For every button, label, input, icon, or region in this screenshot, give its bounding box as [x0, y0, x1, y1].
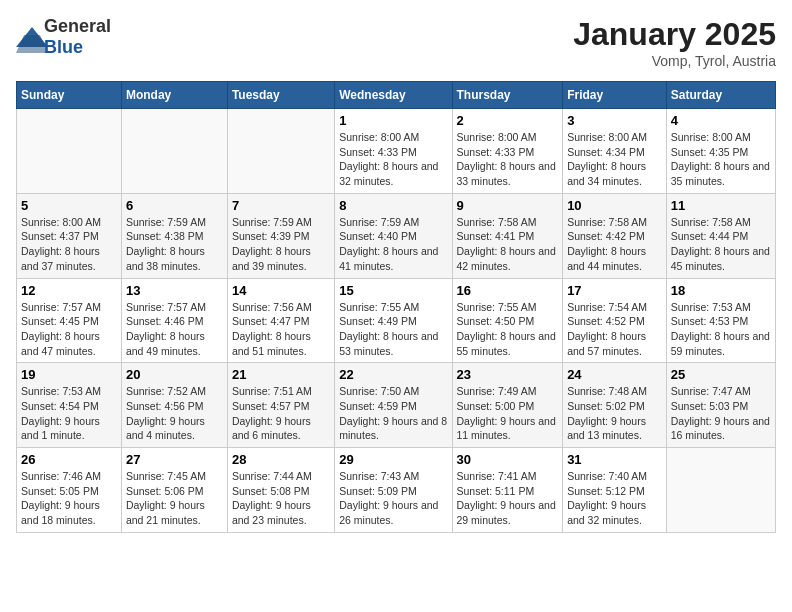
header-day: Tuesday — [227, 82, 334, 109]
calendar-cell: 19Sunrise: 7:53 AM Sunset: 4:54 PM Dayli… — [17, 363, 122, 448]
calendar-cell: 11Sunrise: 7:58 AM Sunset: 4:44 PM Dayli… — [666, 193, 775, 278]
calendar-title: January 2025 — [573, 16, 776, 53]
day-number: 7 — [232, 198, 330, 213]
day-info: Sunrise: 7:44 AM Sunset: 5:08 PM Dayligh… — [232, 469, 330, 528]
day-info: Sunrise: 8:00 AM Sunset: 4:33 PM Dayligh… — [457, 130, 559, 189]
calendar-cell: 1Sunrise: 8:00 AM Sunset: 4:33 PM Daylig… — [335, 109, 452, 194]
logo-icon — [16, 27, 40, 47]
calendar-cell: 8Sunrise: 7:59 AM Sunset: 4:40 PM Daylig… — [335, 193, 452, 278]
header-day: Wednesday — [335, 82, 452, 109]
day-info: Sunrise: 7:55 AM Sunset: 4:50 PM Dayligh… — [457, 300, 559, 359]
header-row: SundayMondayTuesdayWednesdayThursdayFrid… — [17, 82, 776, 109]
calendar-cell: 17Sunrise: 7:54 AM Sunset: 4:52 PM Dayli… — [563, 278, 667, 363]
calendar-cell: 29Sunrise: 7:43 AM Sunset: 5:09 PM Dayli… — [335, 448, 452, 533]
day-number: 13 — [126, 283, 223, 298]
day-number: 14 — [232, 283, 330, 298]
calendar-cell: 20Sunrise: 7:52 AM Sunset: 4:56 PM Dayli… — [121, 363, 227, 448]
calendar-cell: 5Sunrise: 8:00 AM Sunset: 4:37 PM Daylig… — [17, 193, 122, 278]
calendar-subtitle: Vomp, Tyrol, Austria — [573, 53, 776, 69]
calendar-cell: 23Sunrise: 7:49 AM Sunset: 5:00 PM Dayli… — [452, 363, 563, 448]
day-info: Sunrise: 7:47 AM Sunset: 5:03 PM Dayligh… — [671, 384, 771, 443]
title-block: January 2025 Vomp, Tyrol, Austria — [573, 16, 776, 69]
calendar-cell: 15Sunrise: 7:55 AM Sunset: 4:49 PM Dayli… — [335, 278, 452, 363]
calendar-header: SundayMondayTuesdayWednesdayThursdayFrid… — [17, 82, 776, 109]
day-info: Sunrise: 7:46 AM Sunset: 5:05 PM Dayligh… — [21, 469, 117, 528]
header-day: Thursday — [452, 82, 563, 109]
calendar-cell: 28Sunrise: 7:44 AM Sunset: 5:08 PM Dayli… — [227, 448, 334, 533]
calendar-cell: 18Sunrise: 7:53 AM Sunset: 4:53 PM Dayli… — [666, 278, 775, 363]
day-info: Sunrise: 7:49 AM Sunset: 5:00 PM Dayligh… — [457, 384, 559, 443]
calendar-cell: 30Sunrise: 7:41 AM Sunset: 5:11 PM Dayli… — [452, 448, 563, 533]
day-info: Sunrise: 7:48 AM Sunset: 5:02 PM Dayligh… — [567, 384, 662, 443]
calendar-cell: 27Sunrise: 7:45 AM Sunset: 5:06 PM Dayli… — [121, 448, 227, 533]
day-info: Sunrise: 8:00 AM Sunset: 4:34 PM Dayligh… — [567, 130, 662, 189]
header-day: Monday — [121, 82, 227, 109]
day-number: 18 — [671, 283, 771, 298]
calendar-cell: 13Sunrise: 7:57 AM Sunset: 4:46 PM Dayli… — [121, 278, 227, 363]
calendar-cell: 3Sunrise: 8:00 AM Sunset: 4:34 PM Daylig… — [563, 109, 667, 194]
day-number: 26 — [21, 452, 117, 467]
day-number: 23 — [457, 367, 559, 382]
day-info: Sunrise: 7:50 AM Sunset: 4:59 PM Dayligh… — [339, 384, 447, 443]
day-info: Sunrise: 8:00 AM Sunset: 4:35 PM Dayligh… — [671, 130, 771, 189]
day-info: Sunrise: 7:59 AM Sunset: 4:38 PM Dayligh… — [126, 215, 223, 274]
calendar-table: SundayMondayTuesdayWednesdayThursdayFrid… — [16, 81, 776, 533]
day-number: 15 — [339, 283, 447, 298]
calendar-cell — [121, 109, 227, 194]
day-info: Sunrise: 7:55 AM Sunset: 4:49 PM Dayligh… — [339, 300, 447, 359]
day-info: Sunrise: 7:41 AM Sunset: 5:11 PM Dayligh… — [457, 469, 559, 528]
day-number: 11 — [671, 198, 771, 213]
calendar-cell: 12Sunrise: 7:57 AM Sunset: 4:45 PM Dayli… — [17, 278, 122, 363]
header-day: Sunday — [17, 82, 122, 109]
calendar-cell: 9Sunrise: 7:58 AM Sunset: 4:41 PM Daylig… — [452, 193, 563, 278]
calendar-week-row: 19Sunrise: 7:53 AM Sunset: 4:54 PM Dayli… — [17, 363, 776, 448]
day-info: Sunrise: 7:58 AM Sunset: 4:42 PM Dayligh… — [567, 215, 662, 274]
calendar-cell: 31Sunrise: 7:40 AM Sunset: 5:12 PM Dayli… — [563, 448, 667, 533]
calendar-cell: 2Sunrise: 8:00 AM Sunset: 4:33 PM Daylig… — [452, 109, 563, 194]
calendar-cell: 6Sunrise: 7:59 AM Sunset: 4:38 PM Daylig… — [121, 193, 227, 278]
day-number: 30 — [457, 452, 559, 467]
day-number: 17 — [567, 283, 662, 298]
calendar-week-row: 5Sunrise: 8:00 AM Sunset: 4:37 PM Daylig… — [17, 193, 776, 278]
day-number: 27 — [126, 452, 223, 467]
day-info: Sunrise: 7:58 AM Sunset: 4:44 PM Dayligh… — [671, 215, 771, 274]
header-day: Saturday — [666, 82, 775, 109]
day-number: 28 — [232, 452, 330, 467]
calendar-cell: 25Sunrise: 7:47 AM Sunset: 5:03 PM Dayli… — [666, 363, 775, 448]
logo-blue: Blue — [44, 37, 83, 57]
calendar-cell: 7Sunrise: 7:59 AM Sunset: 4:39 PM Daylig… — [227, 193, 334, 278]
day-info: Sunrise: 7:40 AM Sunset: 5:12 PM Dayligh… — [567, 469, 662, 528]
calendar-week-row: 26Sunrise: 7:46 AM Sunset: 5:05 PM Dayli… — [17, 448, 776, 533]
day-number: 16 — [457, 283, 559, 298]
logo-general: General — [44, 16, 111, 36]
day-info: Sunrise: 7:59 AM Sunset: 4:39 PM Dayligh… — [232, 215, 330, 274]
day-info: Sunrise: 7:43 AM Sunset: 5:09 PM Dayligh… — [339, 469, 447, 528]
calendar-cell: 24Sunrise: 7:48 AM Sunset: 5:02 PM Dayli… — [563, 363, 667, 448]
header-day: Friday — [563, 82, 667, 109]
day-info: Sunrise: 8:00 AM Sunset: 4:33 PM Dayligh… — [339, 130, 447, 189]
calendar-cell: 26Sunrise: 7:46 AM Sunset: 5:05 PM Dayli… — [17, 448, 122, 533]
day-info: Sunrise: 7:52 AM Sunset: 4:56 PM Dayligh… — [126, 384, 223, 443]
day-info: Sunrise: 8:00 AM Sunset: 4:37 PM Dayligh… — [21, 215, 117, 274]
day-number: 19 — [21, 367, 117, 382]
day-info: Sunrise: 7:57 AM Sunset: 4:46 PM Dayligh… — [126, 300, 223, 359]
day-number: 29 — [339, 452, 447, 467]
day-number: 3 — [567, 113, 662, 128]
page-header: General Blue January 2025 Vomp, Tyrol, A… — [16, 16, 776, 69]
logo: General Blue — [16, 16, 111, 58]
calendar-cell — [666, 448, 775, 533]
day-number: 6 — [126, 198, 223, 213]
day-number: 12 — [21, 283, 117, 298]
day-number: 4 — [671, 113, 771, 128]
calendar-body: 1Sunrise: 8:00 AM Sunset: 4:33 PM Daylig… — [17, 109, 776, 533]
calendar-cell: 4Sunrise: 8:00 AM Sunset: 4:35 PM Daylig… — [666, 109, 775, 194]
calendar-cell: 21Sunrise: 7:51 AM Sunset: 4:57 PM Dayli… — [227, 363, 334, 448]
calendar-cell: 10Sunrise: 7:58 AM Sunset: 4:42 PM Dayli… — [563, 193, 667, 278]
day-info: Sunrise: 7:56 AM Sunset: 4:47 PM Dayligh… — [232, 300, 330, 359]
calendar-cell: 16Sunrise: 7:55 AM Sunset: 4:50 PM Dayli… — [452, 278, 563, 363]
day-info: Sunrise: 7:58 AM Sunset: 4:41 PM Dayligh… — [457, 215, 559, 274]
day-number: 31 — [567, 452, 662, 467]
day-info: Sunrise: 7:54 AM Sunset: 4:52 PM Dayligh… — [567, 300, 662, 359]
calendar-week-row: 12Sunrise: 7:57 AM Sunset: 4:45 PM Dayli… — [17, 278, 776, 363]
calendar-cell — [17, 109, 122, 194]
